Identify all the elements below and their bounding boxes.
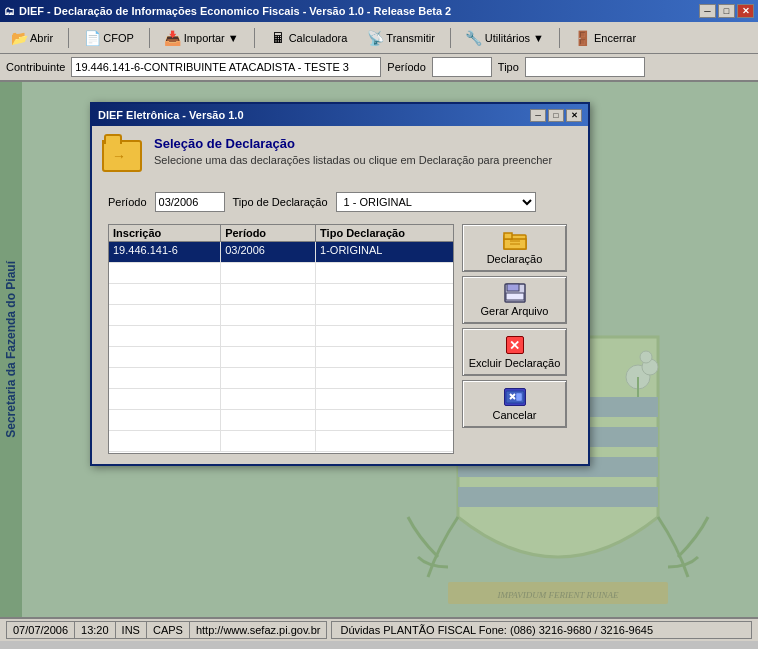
col-inscricao-header: Inscrição — [109, 225, 221, 241]
declaracao-button[interactable]: Declaração — [462, 224, 567, 272]
title-bar-text: 🗂 DIEF - Declaração de Informações Econo… — [4, 5, 451, 17]
sidebar-label-text: Secretaria da Fazenda do Piauí — [4, 261, 18, 438]
app-icon: 🗂 — [4, 5, 15, 17]
cell-periodo: 03/2006 — [221, 242, 316, 262]
transmit-button[interactable]: 📡 Transmitir — [360, 25, 441, 51]
periodo-filter-input[interactable] — [155, 192, 225, 212]
separator-2 — [149, 28, 150, 48]
svg-rect-16 — [506, 293, 524, 300]
table-row — [109, 410, 453, 431]
excluir-label: Excluir Declaração — [469, 357, 561, 369]
maximize-button[interactable]: □ — [718, 4, 735, 18]
url-segment: http://www.sefaz.pi.gov.br — [190, 621, 328, 639]
periodo-filter-label: Período — [108, 196, 147, 208]
cancel-icon — [504, 388, 526, 406]
import-button[interactable]: 📥 Importar ▼ — [158, 25, 246, 51]
modal-header-desc: Selecione uma das declarações listadas o… — [154, 154, 552, 166]
periodo-input[interactable] — [432, 57, 492, 77]
gerar-label: Gerar Arquivo — [481, 305, 549, 317]
time-text: 13:20 — [81, 624, 109, 636]
table-row — [109, 263, 453, 284]
x-icon: ✕ — [506, 336, 524, 354]
action-buttons-panel: Declaração Gerar Arquivo — [462, 224, 572, 454]
cell-tipo: 1-ORIGINAL — [316, 242, 453, 262]
table-row — [109, 431, 453, 452]
cancel-icon-svg — [505, 389, 525, 405]
gerar-arquivo-button[interactable]: Gerar Arquivo — [462, 276, 567, 324]
toolbar: 📂 Abrir 📄 CFOP 📥 Importar ▼ 🖩 Calculador… — [0, 22, 758, 54]
separator-1 — [68, 28, 69, 48]
modal-close-button[interactable]: ✕ — [566, 109, 582, 122]
import-icon: 📥 — [165, 30, 181, 46]
transmit-icon: 📡 — [367, 30, 383, 46]
svg-point-6 — [640, 351, 652, 363]
calculator-icon: 🖩 — [270, 30, 286, 46]
excluir-declaracao-button[interactable]: ✕ Excluir Declaração — [462, 328, 567, 376]
utilities-icon: 🔧 — [466, 30, 482, 46]
modal-maximize-button[interactable]: □ — [548, 109, 564, 122]
utilities-arrow-icon: ▼ — [533, 32, 544, 44]
sidebar: Secretaria da Fazenda do Piauí — [0, 82, 22, 617]
separator-3 — [254, 28, 255, 48]
col-periodo-header: Período — [221, 225, 316, 241]
date-text: 07/07/2006 — [13, 624, 68, 636]
table-row — [109, 368, 453, 389]
caps-segment: CAPS — [147, 621, 190, 639]
tipo-filter-label: Tipo de Declaração — [233, 196, 328, 208]
table-row — [109, 347, 453, 368]
cell-inscricao: 19.446.141-6 — [109, 242, 221, 262]
cfop-button[interactable]: 📄 CFOP — [77, 25, 141, 51]
cancelar-button[interactable]: Cancelar — [462, 380, 567, 428]
modal-title-bar: DIEF Eletrônica - Versão 1.0 ─ □ ✕ — [92, 104, 588, 126]
caps-text: CAPS — [153, 624, 183, 636]
folder-icon: 📂 — [11, 30, 27, 46]
modal-minimize-button[interactable]: ─ — [530, 109, 546, 122]
info-bar: Contribuinte Período Tipo — [0, 54, 758, 82]
modal-title-text: DIEF Eletrônica - Versão 1.0 — [98, 109, 244, 121]
table-row — [109, 389, 453, 410]
tipo-label: Tipo — [498, 61, 519, 73]
tipo-input[interactable] — [525, 57, 645, 77]
url-text: http://www.sefaz.pi.gov.br — [196, 624, 321, 636]
cancelar-label: Cancelar — [492, 409, 536, 421]
filter-row: Período Tipo de Declaração 1 - ORIGINAL … — [102, 188, 578, 216]
status-bar: 07/07/2006 13:20 INS CAPS http://www.sef… — [0, 617, 758, 641]
cancelar-icon — [503, 387, 527, 407]
close-button[interactable]: ✕ — [737, 4, 754, 18]
ins-text: INS — [122, 624, 140, 636]
window-title: DIEF - Declaração de Informações Economi… — [19, 5, 451, 17]
table-row — [109, 284, 453, 305]
excluir-icon: ✕ — [503, 335, 527, 355]
contribuinte-label: Contribuinte — [6, 61, 65, 73]
calculator-button[interactable]: 🖩 Calculadora — [263, 25, 355, 51]
svg-rect-13 — [504, 233, 512, 239]
table-row — [109, 326, 453, 347]
contribuinte-input[interactable] — [71, 57, 381, 77]
utilities-button[interactable]: 🔧 Utilitários ▼ — [459, 25, 551, 51]
title-bar: 🗂 DIEF - Declaração de Informações Econo… — [0, 0, 758, 22]
gerar-icon — [503, 283, 527, 303]
folder-open-icon — [102, 140, 142, 172]
save-icon — [503, 283, 527, 303]
minimize-button[interactable]: ─ — [699, 4, 716, 18]
table-row[interactable]: 19.446.141-6 03/2006 1-ORIGINAL — [109, 242, 453, 263]
encerrar-icon: 🚪 — [575, 30, 591, 46]
separator-5 — [559, 28, 560, 48]
modal-folder-icon-container — [102, 136, 142, 176]
open-button[interactable]: 📂 Abrir — [4, 25, 60, 51]
col-tipo-header: Tipo Declaração — [316, 225, 453, 241]
date-segment: 07/07/2006 — [6, 621, 75, 639]
declaracao-folder-icon — [503, 231, 527, 251]
modal-dialog: DIEF Eletrônica - Versão 1.0 ─ □ ✕ Seleç… — [90, 102, 590, 466]
tipo-filter-select[interactable]: 1 - ORIGINAL 2 - SUBSTITUTA — [336, 192, 536, 212]
modal-header-title: Seleção de Declaração — [154, 136, 552, 151]
info-text: Dúvidas PLANTÃO FISCAL Fone: (086) 3216-… — [340, 624, 653, 636]
separator-4 — [450, 28, 451, 48]
ins-segment: INS — [116, 621, 147, 639]
encerrar-button[interactable]: 🚪 Encerrar — [568, 25, 643, 51]
declaracao-icon — [503, 231, 527, 251]
time-segment: 13:20 — [75, 621, 116, 639]
table-row — [109, 305, 453, 326]
modal-content: Seleção de Declaração Selecione uma das … — [92, 126, 588, 464]
svg-rect-18 — [516, 393, 522, 401]
